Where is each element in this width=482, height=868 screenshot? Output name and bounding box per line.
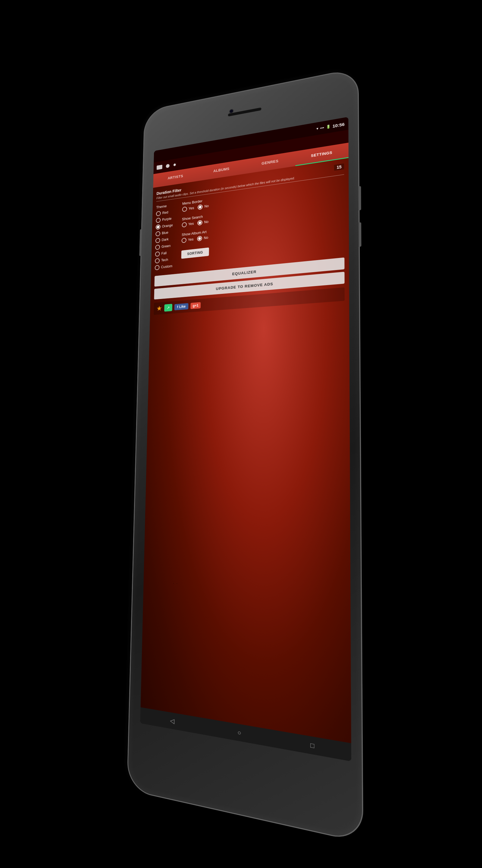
status-icons: ▾ ▪▪▪ 🔋 10:56 (316, 121, 344, 131)
menu-border-no-radio[interactable] (198, 204, 203, 210)
theme-blue-radio[interactable] (155, 231, 160, 236)
theme-custom[interactable]: Custom (155, 263, 179, 270)
star-button[interactable]: ★ (156, 304, 162, 312)
theme-column: Theme Red Purple Orange (155, 202, 180, 272)
back-icon: ◁ (170, 717, 174, 725)
theme-dark-label: Dark (161, 237, 168, 242)
signal-icon: ▪▪▪ (320, 125, 324, 130)
phone-device: ▾ ▪▪▪ 🔋 10:56 ✱ ARTISTS ALBUMS (127, 67, 363, 843)
theme-red[interactable]: Red (156, 208, 180, 216)
gplus-label: g+1 (193, 303, 198, 308)
facebook-like-button[interactable]: f Like (174, 303, 189, 310)
phone-screen: ▾ ▪▪▪ 🔋 10:56 ✱ ARTISTS ALBUMS (140, 117, 351, 762)
show-search-yes[interactable]: Yes (182, 221, 194, 227)
side-button-right-2 (358, 222, 361, 247)
theme-orange-radio[interactable] (156, 224, 161, 230)
gplus-button[interactable]: g+1 (190, 302, 201, 309)
sorting-button[interactable]: SORTING (181, 247, 210, 259)
chrome-icon-2 (166, 164, 170, 168)
theme-green-radio[interactable] (155, 244, 160, 250)
facebook-like-label: Like (179, 304, 186, 309)
wifi-icon: ▾ (316, 127, 318, 131)
show-search-yes-label: Yes (188, 221, 194, 226)
share-icon: ↗ (167, 305, 170, 310)
menu-border-yes-radio[interactable] (182, 207, 187, 212)
battery-icon: 🔋 (326, 124, 331, 129)
menu-border-yes-label: Yes (189, 206, 194, 210)
theme-title: Theme (156, 202, 180, 209)
show-search-no[interactable]: No (198, 219, 208, 225)
show-album-art-yes-radio[interactable] (182, 238, 187, 243)
theme-purple-label: Purple (162, 217, 172, 222)
menu-border-no[interactable]: No (198, 204, 209, 210)
theme-blue-label: Blue (162, 230, 168, 235)
theme-dark-radio[interactable] (155, 238, 160, 243)
chrome-icon-1 (157, 165, 162, 170)
show-album-art-no-label: No (204, 236, 208, 240)
theme-orange[interactable]: Orange (156, 222, 179, 230)
nav-home-button[interactable]: ○ (233, 725, 246, 741)
show-album-art-no-radio[interactable] (197, 236, 202, 241)
recent-icon: □ (310, 741, 314, 749)
show-album-art-yes[interactable]: Yes (182, 237, 194, 243)
home-icon: ○ (237, 728, 241, 737)
theme-green-label: Green (161, 244, 170, 249)
theme-tech-label: Tech (161, 258, 168, 262)
theme-tech-radio[interactable] (155, 258, 160, 264)
theme-custom-label: Custom (161, 264, 172, 269)
menu-border-no-label: No (204, 204, 209, 209)
share-button[interactable]: ↗ (164, 304, 172, 312)
side-button-right-1 (358, 186, 361, 210)
theme-dark[interactable]: Dark (155, 236, 179, 243)
show-search-yes-radio[interactable] (182, 222, 187, 227)
nav-recent-button[interactable]: □ (306, 738, 319, 753)
status-time: 10:56 (332, 121, 345, 128)
facebook-icon: f (177, 305, 178, 309)
theme-fall[interactable]: Fall (155, 249, 179, 257)
show-search-no-radio[interactable] (198, 220, 203, 226)
theme-purple-radio[interactable] (156, 218, 161, 223)
theme-red-radio[interactable] (156, 211, 161, 216)
theme-blue[interactable]: Blue (155, 228, 179, 236)
settings-content: Duration Filter Filter out small audio c… (141, 158, 351, 743)
theme-purple[interactable]: Purple (156, 215, 179, 223)
show-album-art-no[interactable]: No (197, 235, 208, 241)
menu-border-yes[interactable]: Yes (182, 205, 194, 212)
theme-tech[interactable]: Tech (155, 256, 179, 264)
nav-back-button[interactable]: ◁ (166, 714, 178, 728)
side-button-left (139, 229, 142, 256)
phone-body: ▾ ▪▪▪ 🔋 10:56 ✱ ARTISTS ALBUMS (127, 67, 363, 843)
theme-red-label: Red (162, 210, 168, 215)
theme-fall-radio[interactable] (155, 251, 160, 257)
theme-custom-radio[interactable] (155, 265, 160, 270)
theme-green[interactable]: Green (155, 242, 179, 250)
theme-orange-label: Orange (162, 223, 172, 228)
show-album-art-yes-label: Yes (188, 237, 193, 242)
chrome-icon-3: ✱ (173, 162, 176, 167)
duration-value[interactable]: 15 (334, 163, 344, 170)
theme-fall-label: Fall (161, 251, 167, 255)
show-search-no-label: No (204, 220, 208, 224)
